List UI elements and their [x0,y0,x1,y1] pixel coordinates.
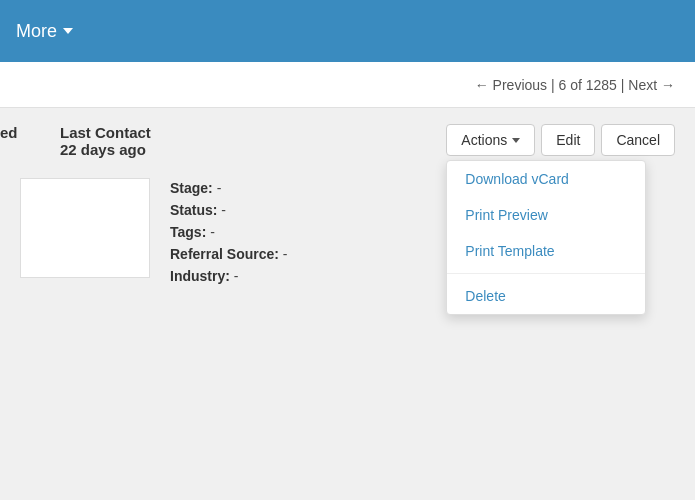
field-stage: Stage: - [170,180,288,196]
left-edge-text: ed [0,124,18,141]
field-referral-source-label: Referral Source: [170,246,283,262]
dropdown-item-delete[interactable]: Delete [447,278,645,314]
last-contact-block: Last Contact 22 days ago [60,124,151,158]
last-contact-label: Last Contact [60,124,151,141]
actions-button[interactable]: Actions [446,124,535,156]
top-bar: More [0,0,695,62]
dropdown-item-download-vcard[interactable]: Download vCard [447,161,645,197]
dropdown-item-print-template[interactable]: Print Template [447,233,645,269]
cancel-button[interactable]: Cancel [601,124,675,156]
field-referral-source-value: - [283,246,288,262]
field-industry-value: - [234,268,239,284]
more-caret-icon [63,28,73,34]
field-tags-label: Tags: [170,224,210,240]
actions-dropdown: Download vCard Print Preview Print Templ… [446,160,646,315]
prev-link[interactable]: ← Previous [475,77,547,93]
fields-list: Stage: - Status: - Tags: - Referral Sour… [170,178,288,284]
field-status-value: - [221,202,226,218]
edit-button[interactable]: Edit [541,124,595,156]
more-label: More [16,21,57,42]
thumbnail-box [20,178,150,278]
field-tags-value: - [210,224,215,240]
field-industry: Industry: - [170,268,288,284]
dropdown-item-print-preview[interactable]: Print Preview [447,197,645,233]
nav-bar: ← Previous | 6 of 1285 | Next → [0,62,695,108]
action-area: Actions Edit Cancel Download vCard Print… [446,124,675,156]
actions-label: Actions [461,132,507,148]
contact-row: ed Last Contact 22 days ago Actions Edit… [0,108,695,158]
field-stage-value: - [217,180,222,196]
last-contact-value: 22 days ago [60,141,151,158]
actions-caret-icon [512,138,520,143]
nav-separator: | [551,77,559,93]
field-industry-label: Industry: [170,268,234,284]
page-info: 6 of 1285 [559,77,617,93]
field-tags: Tags: - [170,224,288,240]
dropdown-divider [447,273,645,274]
field-referral-source: Referral Source: - [170,246,288,262]
pagination-nav: ← Previous | 6 of 1285 | Next → [475,77,675,93]
field-status: Status: - [170,202,288,218]
field-status-label: Status: [170,202,221,218]
more-button[interactable]: More [16,21,73,42]
main-content: ed Last Contact 22 days ago Actions Edit… [0,108,695,284]
next-link[interactable]: Next → [628,77,675,93]
field-stage-label: Stage: [170,180,217,196]
